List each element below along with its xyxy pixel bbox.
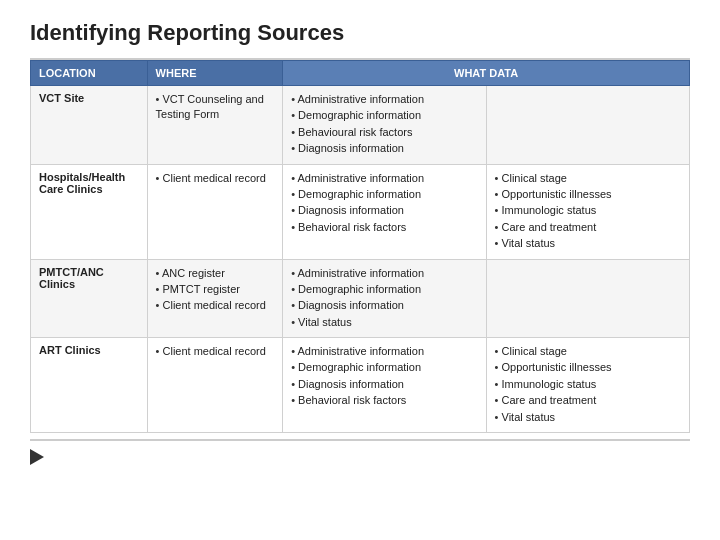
- where-cell: Client medical record: [147, 164, 283, 259]
- location-cell: ART Clinics: [31, 338, 148, 433]
- what-col2-cell: [486, 259, 689, 338]
- where-cell: VCT Counseling and Testing Form: [147, 86, 283, 165]
- page-title: Identifying Reporting Sources: [30, 20, 690, 46]
- what-col2-cell: [486, 86, 689, 165]
- location-cell: VCT Site: [31, 86, 148, 165]
- what-col2-cell: Clinical stageOpportunistic illnessesImm…: [486, 338, 689, 433]
- where-cell: ANC registerPMTCT registerClient medical…: [147, 259, 283, 338]
- what-col1-cell: Administrative informationDemographic in…: [283, 338, 486, 433]
- col-header-location: LOCATION: [31, 61, 148, 86]
- what-col1-cell: Administrative informationDemographic in…: [283, 86, 486, 165]
- where-cell: Client medical record: [147, 338, 283, 433]
- footer: [30, 449, 690, 465]
- what-col1-cell: Administrative informationDemographic in…: [283, 164, 486, 259]
- col-header-what-data: WHAT DATA: [283, 61, 690, 86]
- col-header-where: WHERE: [147, 61, 283, 86]
- location-cell: Hospitals/Health Care Clinics: [31, 164, 148, 259]
- what-col1-cell: Administrative informationDemographic in…: [283, 259, 486, 338]
- what-col2-cell: Clinical stageOpportunistic illnessesImm…: [486, 164, 689, 259]
- reporting-sources-table: LOCATION WHERE WHAT DATA VCT SiteVCT Cou…: [30, 60, 690, 433]
- play-icon: [30, 449, 44, 465]
- location-cell: PMTCT/ANC Clinics: [31, 259, 148, 338]
